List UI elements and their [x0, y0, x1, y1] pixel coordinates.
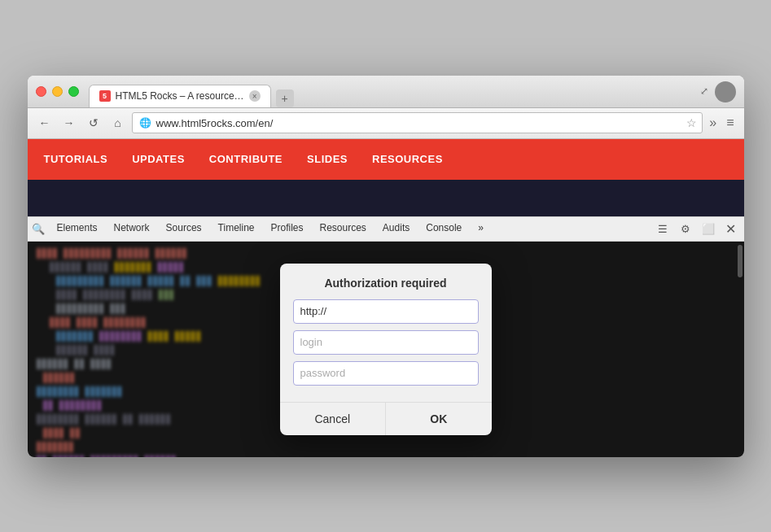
home-button[interactable]: ⌂ — [107, 112, 129, 133]
dialog-footer: Cancel OK — [280, 402, 492, 435]
avatar[interactable] — [715, 81, 736, 102]
dialog-password-input[interactable] — [293, 361, 479, 386]
nav-menu-button[interactable]: ≡ — [723, 116, 737, 130]
website-body — [28, 180, 744, 216]
new-tab-button[interactable]: + — [276, 89, 294, 107]
minimize-button[interactable] — [52, 86, 63, 97]
expand-icon[interactable]: ⤢ — [697, 84, 712, 98]
forward-button[interactable]: → — [59, 112, 80, 133]
devtools-dock-icon[interactable]: ⬜ — [699, 219, 718, 238]
tab-audits[interactable]: Audits — [375, 216, 418, 241]
nav-bar: ← → ↺ ⌂ 🌐 www.html5rocks.com/en/ ☆ » ≡ — [28, 108, 744, 139]
browser-window: 5 HTML5 Rocks – A resource… × + ⤢ ← → ↺ … — [28, 76, 744, 457]
devtools-close-button[interactable]: ✕ — [721, 219, 741, 238]
nav-resources[interactable]: RESOURCES — [372, 153, 443, 165]
devtools-search-icon[interactable]: 🔍 — [31, 221, 46, 236]
active-tab[interactable]: 5 HTML5 Rocks – A resource… × — [89, 85, 271, 107]
title-bar: 5 HTML5 Rocks – A resource… × + ⤢ — [28, 76, 744, 108]
dialog-header: Authorization required — [280, 264, 492, 402]
tab-overflow[interactable]: » — [470, 216, 492, 241]
url-text: www.html5rocks.com/en/ — [156, 117, 678, 129]
address-bar[interactable]: 🌐 www.html5rocks.com/en/ ☆ — [132, 112, 703, 133]
tab-timeline[interactable]: Timeline — [210, 216, 263, 241]
dialog-login-input[interactable] — [293, 330, 479, 355]
traffic-lights — [36, 86, 79, 97]
bookmark-icon[interactable]: ☆ — [686, 116, 697, 129]
devtools-settings-icon[interactable]: ⚙ — [676, 219, 695, 238]
devtools-multiline-icon[interactable]: ☰ — [653, 219, 672, 238]
dialog-url-input[interactable] — [293, 299, 479, 324]
devtools-tab-bar: 🔍 Elements Network Sources Timeline Prof… — [28, 217, 744, 242]
back-button[interactable]: ← — [34, 112, 55, 133]
tab-profiles[interactable]: Profiles — [262, 216, 311, 241]
devtools-content: ▋▋▋▋ ▋▋▋▋▋▋▋▋▋ ▋▋▋▋▋▋ ▋▋▋▋▋▋ ▋▋▋▋▋▋ ▋▋▋▋… — [28, 242, 744, 457]
close-button[interactable] — [36, 86, 46, 97]
nav-tutorials[interactable]: TUTORIALS — [44, 153, 108, 165]
tab-network[interactable]: Network — [106, 216, 158, 241]
reload-button[interactable]: ↺ — [83, 112, 104, 133]
tab-bar: 5 HTML5 Rocks – A resource… × + — [89, 76, 294, 107]
dialog-cancel-button[interactable]: Cancel — [280, 403, 387, 435]
tab-elements[interactable]: Elements — [49, 216, 106, 241]
nav-overflow-button[interactable]: » — [706, 116, 720, 130]
tab-sources[interactable]: Sources — [158, 216, 210, 241]
devtools-panel: 🔍 Elements Network Sources Timeline Prof… — [28, 216, 744, 457]
tab-title: HTML5 Rocks – A resource… — [116, 90, 244, 102]
nav-updates[interactable]: UPDATES — [132, 153, 185, 165]
tab-favicon: 5 — [99, 90, 111, 102]
maximize-button[interactable] — [68, 86, 79, 97]
dialog-title: Authorization required — [293, 277, 479, 290]
dialog-ok-button[interactable]: OK — [386, 403, 492, 435]
address-icon: 🌐 — [139, 117, 151, 129]
scrollbar[interactable] — [738, 245, 743, 277]
tab-close-button[interactable]: × — [249, 90, 261, 102]
auth-dialog: Authorization required Cancel OK — [280, 264, 492, 435]
devtools-toolbar-right: ☰ ⚙ ⬜ ✕ — [653, 219, 741, 238]
website-header: TUTORIALS UPDATES CONTRIBUTE SLIDES RESO… — [28, 139, 744, 180]
nav-contribute[interactable]: CONTRIBUTE — [209, 153, 283, 165]
tab-resources[interactable]: Resources — [312, 216, 375, 241]
nav-slides[interactable]: SLIDES — [307, 153, 348, 165]
tab-console[interactable]: Console — [418, 216, 470, 241]
dialog-overlay: Authorization required Cancel OK — [28, 242, 744, 457]
